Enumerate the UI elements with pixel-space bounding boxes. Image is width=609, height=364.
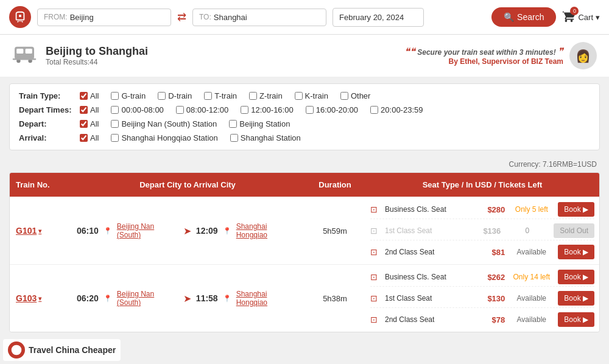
seat-row: ⊡ 2nd Class Seat $81 Available Book ▶ <box>370 243 594 261</box>
seat-availability: Available <box>509 248 554 256</box>
filter-option[interactable]: G-train <box>111 91 146 100</box>
currency-bar: Currency: 7.16RMB=1USD <box>0 156 609 172</box>
arrive-station-link[interactable]: Shanghai Hongqiao <box>236 222 298 239</box>
logo-icon[interactable] <box>9 6 31 28</box>
quote-close-icon: ❞ <box>558 46 563 57</box>
depart-times-label: Depart Times: <box>19 105 80 114</box>
depart-station-link[interactable]: Beijing Nan (South) <box>117 290 178 307</box>
search-button[interactable]: 🔍 Search <box>491 7 556 27</box>
swap-button[interactable]: ⇄ <box>177 10 186 24</box>
train-dropdown-icon: ▾ <box>38 295 41 302</box>
seat-price: $78 <box>474 315 505 324</box>
filter-option[interactable]: All <box>80 133 99 142</box>
cart-area[interactable]: 0 Cart ▾ <box>562 10 600 25</box>
arrival-station-options: AllShanghai Hongqiao StationShanghai Sta… <box>80 133 301 142</box>
seat-class-icon: ⊡ <box>370 205 381 214</box>
train-number-link[interactable]: G103 ▾ <box>16 293 41 303</box>
filter-option[interactable]: D-train <box>158 91 192 100</box>
seat-class-icon: ⊡ <box>370 293 381 303</box>
filter-option[interactable]: 00:00-08:00 <box>111 105 163 114</box>
depart-station-label: Depart: <box>19 119 80 128</box>
arrive-station-link[interactable]: Shanghai Hongqiao <box>236 290 298 307</box>
search-icon: 🔍 <box>504 12 514 22</box>
filter-option[interactable]: 08:00-12:00 <box>176 105 228 114</box>
seat-price: $130 <box>474 294 505 303</box>
arrow-icon: ➤ <box>183 293 191 304</box>
seat-availability: Only 5 left <box>509 205 554 214</box>
cart-badge: 0 <box>570 7 579 15</box>
filter-option[interactable]: 12:00-16:00 <box>241 105 293 114</box>
seats-cell: ⊡ Business Cls. Seat $262 Only 14 left B… <box>365 265 599 332</box>
book-button[interactable]: Book ▶ <box>558 270 594 284</box>
filter-option[interactable]: Beijing Station <box>229 119 290 128</box>
train-number-link[interactable]: G101 ▾ <box>16 226 41 236</box>
filter-option[interactable]: All <box>80 105 99 114</box>
seat-class-icon: ⊡ <box>370 315 381 324</box>
arrive-pin-icon: 📍 <box>223 295 231 303</box>
book-button[interactable]: Book ▶ <box>558 202 594 217</box>
filter-row-depart: Depart: AllBeijing Nan (South) StationBe… <box>19 119 590 128</box>
from-field[interactable]: FROM: <box>37 9 171 26</box>
book-button[interactable]: Book ▶ <box>558 312 594 327</box>
seat-availability: Available <box>509 315 554 324</box>
route-title: Beijing to Shanghai <box>46 45 148 58</box>
train-type-options: AllG-trainD-trainT-trainZ-trainK-trainOt… <box>80 91 370 100</box>
arrive-time: 12:09 <box>196 226 218 236</box>
seat-name: 2nd Class Seat <box>385 248 471 256</box>
th-depart-city: Depart City to Arrival City <box>71 173 304 197</box>
seat-price: $136 <box>470 226 501 236</box>
seat-name: 2nd Class Seat <box>385 315 471 324</box>
book-button[interactable]: Book ▶ <box>558 245 594 259</box>
seat-row: ⊡ 1st Class Seat $136 0 Sold Out <box>370 222 594 240</box>
route-results: Total Results:44 <box>46 58 148 66</box>
to-field[interactable]: TO: <box>192 9 326 26</box>
from-label: FROM: <box>44 13 68 21</box>
seat-availability: Only 14 left <box>509 273 554 281</box>
from-input[interactable] <box>70 13 164 22</box>
train-icon <box>12 44 37 68</box>
seat-class-icon: ⊡ <box>370 226 381 236</box>
depart-station-link[interactable]: Beijing Nan (South) <box>117 222 178 239</box>
seat-class-icon: ⊡ <box>370 272 381 282</box>
filter-option[interactable]: Z-train <box>249 91 283 100</box>
seat-availability: Available <box>509 294 554 303</box>
quote-open-icon: ❝❝ <box>404 46 415 57</box>
depart-pin-icon: 📍 <box>104 295 112 303</box>
svg-rect-1 <box>16 49 23 54</box>
table-row: G103 ▾ 06:20 📍 Beijing Nan (South) ➤ 11:… <box>10 264 599 332</box>
promo-main-text: Secure your train seat within 3 minutes! <box>417 48 555 57</box>
table-row: G101 ▾ 06:10 📍 Beijing Nan (South) ➤ 12:… <box>10 197 599 264</box>
table-header: Train No. Depart City to Arrival City Du… <box>10 173 599 197</box>
filter-option[interactable]: All <box>80 119 99 128</box>
filter-option[interactable]: Shanghai Hongqiao Station <box>111 133 217 142</box>
route-info: Beijing to Shanghai Total Results:44 <box>46 45 148 66</box>
filter-option[interactable]: 16:00-20:00 <box>306 105 358 114</box>
train-number-cell: G101 ▾ <box>10 220 71 242</box>
filter-row-arrival: Arrival: AllShanghai Hongqiao StationSha… <box>19 133 590 142</box>
promo-quote: ❝❝ Secure your train seat within 3 minut… <box>404 46 563 57</box>
cart-dropdown-icon[interactable]: ▾ <box>596 13 600 22</box>
filter-option[interactable]: K-train <box>295 91 328 100</box>
seat-name: 1st Class Seat <box>385 226 466 235</box>
route-cell: 06:20 📍 Beijing Nan (South) ➤ 11:58 📍 Sh… <box>71 284 304 313</box>
search-label: Search <box>517 12 544 22</box>
to-input[interactable] <box>214 13 320 22</box>
route-bar: Beijing to Shanghai Total Results:44 ❝❝ … <box>0 35 609 77</box>
filter-panel: Train Type: AllG-trainD-trainT-trainZ-tr… <box>9 83 600 150</box>
filter-option[interactable]: T-train <box>204 91 237 100</box>
date-input[interactable] <box>333 8 424 27</box>
results-table: Train No. Depart City to Arrival City Du… <box>9 172 600 332</box>
book-button[interactable]: Book ▶ <box>558 291 594 306</box>
filter-option[interactable]: All <box>80 91 99 100</box>
th-seat-type: Seat Type / In USD / Tickets Left <box>365 173 599 197</box>
filter-option[interactable]: Other <box>340 91 371 100</box>
filter-option[interactable]: 20:00-23:59 <box>370 105 423 114</box>
filter-option[interactable]: Shanghai Station <box>230 133 301 142</box>
currency-text: Currency: 7.16RMB=1USD <box>509 160 597 169</box>
arrow-icon: ➤ <box>183 225 191 237</box>
filter-option[interactable]: Beijing Nan (South) Station <box>111 119 217 128</box>
seat-availability: 0 <box>504 226 550 235</box>
seat-row: ⊡ 2nd Class Seat $78 Available Book ▶ <box>370 310 594 329</box>
depart-time: 06:20 <box>77 293 99 303</box>
svg-rect-3 <box>16 55 33 57</box>
